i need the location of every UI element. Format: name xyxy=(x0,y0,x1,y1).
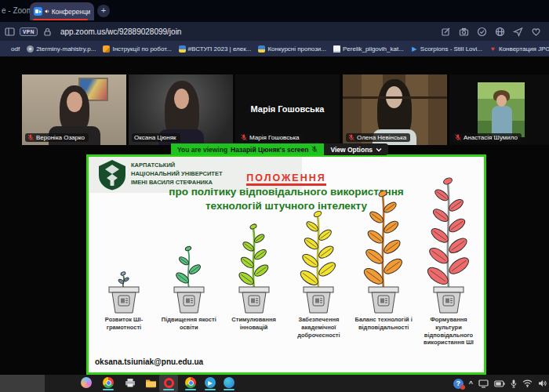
plant-stage-label: Підвищення якості освіти xyxy=(158,316,220,343)
muted-mic-icon xyxy=(348,134,354,141)
tray-display-icon[interactable] xyxy=(478,379,489,388)
bookmark-item[interactable]: odf xyxy=(2,45,20,53)
plant-stage-label: Забезпечення академічної доброчесності xyxy=(287,316,350,343)
new-tab-button[interactable]: + xyxy=(97,5,110,17)
tray-hidden-icons-chevron[interactable]: ^ xyxy=(469,379,473,387)
plant-stage-label: Розвиток ШІ-грамотності xyxy=(93,316,155,343)
pdf-icon xyxy=(2,45,9,53)
heart-icon: ♥ xyxy=(489,45,496,53)
bookmark-label: Інструкції по робот... xyxy=(112,45,171,53)
window-title: e - Zoom xyxy=(2,6,33,15)
plant-stage: Баланс технологій і відповідальності xyxy=(351,188,416,343)
bookmark-item[interactable]: Інструкції по робот... xyxy=(103,45,171,53)
blue-yellow-icon xyxy=(258,45,265,53)
plant-stage-label: Баланс технологій і відповідальності xyxy=(352,316,415,343)
taskbar-chrome-icon[interactable] xyxy=(102,376,115,389)
tray-battery-icon[interactable] xyxy=(494,380,505,387)
participant-name-badge: Вероніка Озарко xyxy=(25,133,89,142)
white-doc-icon xyxy=(333,45,340,53)
muted-mic-icon xyxy=(241,134,247,141)
participant-tile-oksana[interactable]: Оксана Цюняк xyxy=(129,74,233,145)
taskbar-chrome-profile-icon[interactable] xyxy=(184,376,197,389)
adblock-shield-icon[interactable] xyxy=(477,27,487,37)
tech-balance-pot-icon xyxy=(351,188,416,314)
taskbar-telegram-icon[interactable] xyxy=(204,376,216,389)
participant-tile-olena[interactable]: Олена Невінська xyxy=(343,74,447,145)
favorites-heart-icon[interactable] xyxy=(531,27,541,37)
share-edit-icon[interactable] xyxy=(441,27,451,37)
participant-name-badge: Анастасія Шумило xyxy=(453,133,522,142)
bookmark-label: 2terminy-mahistry.p... xyxy=(36,45,96,53)
send-to-device-icon[interactable] xyxy=(513,27,523,37)
tray-help-notification-icon[interactable]: ? xyxy=(453,379,464,389)
vpn-badge[interactable]: VPN xyxy=(20,27,38,36)
bookmark-item[interactable]: #ВСТУП 2023 | елек... xyxy=(179,45,252,53)
screen: e - Zoom Конференция Zoom + VPN app.zoom… xyxy=(0,0,549,392)
participant-display-name: Марія Гошовська xyxy=(235,104,340,114)
tray-microphone-icon[interactable] xyxy=(511,379,517,388)
bookmarks-bar: odf2terminy-mahistry.p...Інструкції по р… xyxy=(0,41,549,56)
zoom-meeting-page: Вероніка Озарко Оксана Цюняк Марія Гошов… xyxy=(0,56,549,375)
orange-doc-icon xyxy=(103,45,110,53)
play-icon: ▶ xyxy=(411,45,418,53)
sidebar-toggle-icon[interactable] xyxy=(5,27,15,37)
plant-stage: Підвищення якості освіти xyxy=(157,243,221,343)
bookmark-item[interactable]: 2terminy-mahistry.p... xyxy=(27,45,96,53)
browser-addressbar: VPN app.zoom.us/wc/92889028099/join xyxy=(0,22,549,41)
participant-silhouette xyxy=(60,85,89,134)
muted-mic-icon xyxy=(455,134,461,141)
participant-tile-maria[interactable]: Марія Гошовська Марія Гошовська xyxy=(235,74,340,145)
blue-yellow-icon xyxy=(179,45,186,53)
participant-name-badge: Олена Невінська xyxy=(346,133,410,142)
bookmark-label: Scorpions - Still Lovi... xyxy=(420,45,482,53)
innovation-pot-icon xyxy=(222,221,286,314)
participant-silhouette xyxy=(377,79,412,142)
bookmark-label: Конкурсні пропози... xyxy=(267,45,326,53)
view-options-button[interactable]: View Options xyxy=(324,143,388,155)
integrity-pot-icon xyxy=(286,209,351,314)
snapshot-camera-icon[interactable] xyxy=(459,27,469,37)
participant-tile-anastasia[interactable]: Анастасія Шумило xyxy=(449,74,549,145)
zoom-favicon xyxy=(34,7,42,16)
participant-name-badge: Марія Гошовська xyxy=(238,133,304,142)
browser-titlebar: e - Zoom Конференция Zoom + xyxy=(0,0,549,22)
ai-literacy-pot-icon xyxy=(92,268,156,314)
vpn-globe-icon[interactable] xyxy=(495,27,505,37)
ai-culture-pot-icon xyxy=(416,176,481,314)
bookmark-item[interactable]: ▶Scorpions - Still Lovi... xyxy=(411,45,482,53)
bookmark-label: #ВСТУП 2023 | елек... xyxy=(188,45,252,53)
taskbar-app-icon[interactable] xyxy=(223,376,235,389)
education-quality-pot-icon xyxy=(157,243,221,314)
bookmark-label: odf xyxy=(11,45,20,53)
plant-stage-label: Формування культури відповідального вико… xyxy=(417,316,480,343)
taskbar-printer-icon[interactable] xyxy=(124,376,136,389)
url-field[interactable]: app.zoom.us/wc/92889028099/join xyxy=(60,27,182,36)
taskbar-copilot-icon[interactable] xyxy=(80,376,93,389)
plant-stage: Розвиток ШІ-грамотності xyxy=(92,268,156,343)
chevron-down-icon xyxy=(376,147,382,152)
windows-taskbar: ? ^ xyxy=(0,375,549,392)
tab-zoom-conference[interactable]: Конференция Zoom xyxy=(30,2,94,20)
presenter-email: oksana.tsiuniak@pnu.edu.ua xyxy=(95,358,203,366)
gear-icon xyxy=(27,45,34,53)
bookmark-item[interactable]: Конкурсні пропози... xyxy=(258,45,326,53)
bookmark-item[interactable]: ♥Конвертация JPG в... xyxy=(489,45,549,53)
bookmark-label: Конвертация JPG в... xyxy=(499,45,549,53)
lock-icon[interactable] xyxy=(42,27,53,37)
plant-stage: Стимулювання інновацій xyxy=(222,221,286,343)
taskbar-opera-icon[interactable] xyxy=(162,376,175,389)
plant-stage: Формування культури відповідального вико… xyxy=(416,176,481,343)
tray-wifi-icon[interactable] xyxy=(522,379,533,387)
participant-tile-veronika[interactable]: Вероніка Озарко xyxy=(22,74,126,145)
muted-mic-icon xyxy=(27,134,34,141)
shared-screen-slide: КАРПАТСЬКИЙ НАЦІОНАЛЬНИЙ УНІВЕРСИТЕТ ІМЕ… xyxy=(86,154,486,375)
tray-speaker-icon[interactable] xyxy=(538,379,547,387)
viewing-message: You are viewing Назарій Цюняк's screen xyxy=(171,143,324,155)
taskbar-explorer-icon[interactable] xyxy=(144,376,157,389)
taskbar-widgets-area[interactable] xyxy=(0,375,45,392)
tab-title: Конференция Zoom xyxy=(52,8,90,16)
participant-name-badge: Оксана Цюняк xyxy=(132,133,180,142)
bookmark-item[interactable]: Perelik_pilgovih_kat... xyxy=(333,45,404,53)
bookmark-label: Perelik_pilgovih_kat... xyxy=(343,45,404,53)
system-tray: ? ^ xyxy=(453,375,549,392)
